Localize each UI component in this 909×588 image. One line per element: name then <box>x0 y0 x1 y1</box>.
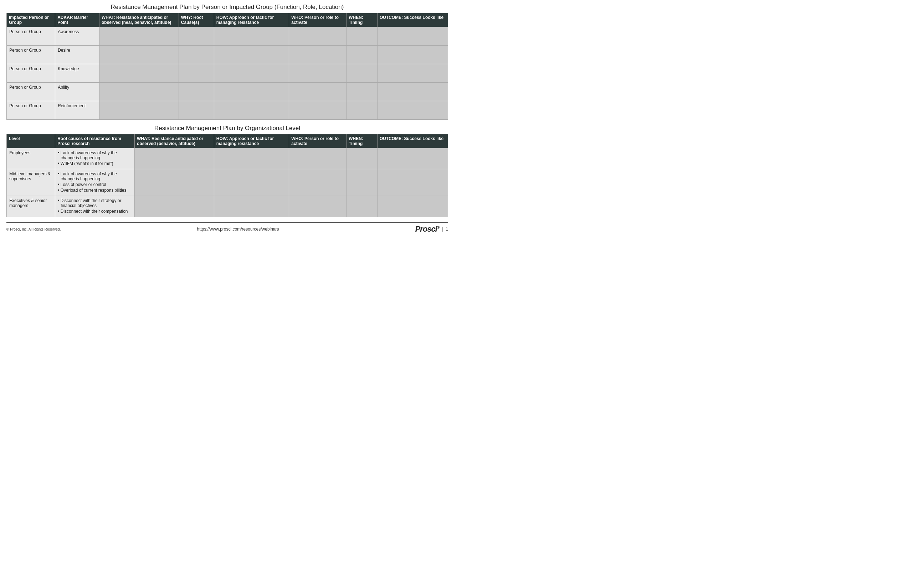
table1-how-3 <box>214 83 289 101</box>
table2-what-0 <box>135 148 214 169</box>
table1-barrier-4: Reinforcement <box>55 101 99 120</box>
table1-outcome-1 <box>377 45 448 64</box>
table1-who-0 <box>289 27 346 45</box>
header-adkar: ADKAR Barrier Point <box>55 13 99 27</box>
header-what: WHAT: Resistance anticipated or observed… <box>99 13 179 27</box>
table2-what-2 <box>135 196 214 217</box>
table2-level-0: Employees <box>7 148 55 169</box>
table1-what-0 <box>99 27 179 45</box>
table2: Level Root causes of resistance from Pro… <box>6 134 448 217</box>
table2-when-1 <box>346 169 377 196</box>
table1-outcome-4 <box>377 101 448 120</box>
list-item: Loss of power or control <box>58 182 132 187</box>
table1-when-1 <box>346 45 377 64</box>
table2-who-1 <box>289 169 346 196</box>
table2-who-2 <box>289 196 346 217</box>
table1-outcome-2 <box>377 64 448 83</box>
table1-when-3 <box>346 83 377 101</box>
table2-outcome-1 <box>377 169 448 196</box>
page-number: 1 <box>442 227 448 232</box>
t2-header-outcome: OUTCOME: Success Looks like <box>377 134 448 148</box>
header-who: WHO: Person or role to activate <box>289 13 346 27</box>
t2-header-level: Level <box>7 134 55 148</box>
table2-outcome-0 <box>377 148 448 169</box>
header-when: WHEN: Timing <box>346 13 377 27</box>
header-outcome: OUTCOME: Success Looks like <box>377 13 448 27</box>
table2-root-2: Disconnect with their strategy or financ… <box>55 196 135 217</box>
table1-how-4 <box>214 101 289 120</box>
table1-person-3: Person or Group <box>7 83 55 101</box>
table1-barrier-2: Knowledge <box>55 64 99 83</box>
table1-how-0 <box>214 27 289 45</box>
table1-person-1: Person or Group <box>7 45 55 64</box>
footer: © Prosci, Inc. All Rights Reserved. http… <box>6 222 448 234</box>
table2-when-0 <box>346 148 377 169</box>
t2-header-how: HOW: Approach or tactic for managing res… <box>214 134 289 148</box>
table1-person-2: Person or Group <box>7 64 55 83</box>
table1-barrier-0: Awareness <box>55 27 99 45</box>
prosci-logo: Prosci® <box>415 225 440 234</box>
table1-who-3 <box>289 83 346 101</box>
list-item: Disconnect with their compensation <box>58 209 132 214</box>
table1-who-2 <box>289 64 346 83</box>
t2-header-root: Root causes of resistance from Prosci re… <box>55 134 135 148</box>
table1-what-2 <box>99 64 179 83</box>
table1-who-1 <box>289 45 346 64</box>
table2-how-0 <box>214 148 289 169</box>
table2-root-0: Lack of awareness of why the change is h… <box>55 148 135 169</box>
table2-who-0 <box>289 148 346 169</box>
table1: Impacted Person or Group ADKAR Barrier P… <box>6 13 448 120</box>
table1-what-1 <box>99 45 179 64</box>
table1-outcome-3 <box>377 83 448 101</box>
table2-title: Resistance Management Plan by Organizati… <box>6 125 448 132</box>
table1-outcome-0 <box>377 27 448 45</box>
header-why: WHY: Root Cause(s) <box>179 13 214 27</box>
table1-why-3 <box>179 83 214 101</box>
table2-outcome-2 <box>377 196 448 217</box>
t2-header-who: WHO: Person or role to activate <box>289 134 346 148</box>
table1-when-4 <box>346 101 377 120</box>
t2-header-when: WHEN: Timing <box>346 134 377 148</box>
table1-how-1 <box>214 45 289 64</box>
table1-when-0 <box>346 27 377 45</box>
table1-what-3 <box>99 83 179 101</box>
table1-when-2 <box>346 64 377 83</box>
t2-header-what: WHAT: Resistance anticipated or observed… <box>135 134 214 148</box>
table2-level-1: Mid-level managers & supervisors <box>7 169 55 196</box>
table1-what-4 <box>99 101 179 120</box>
header-person: Impacted Person or Group <box>7 13 55 27</box>
list-item: Overload of current responsibilities <box>58 188 132 193</box>
list-item: Lack of awareness of why the change is h… <box>58 171 132 181</box>
table1-why-2 <box>179 64 214 83</box>
list-item: WIIFM (“what’s in it for me”) <box>58 161 132 166</box>
table2-how-2 <box>214 196 289 217</box>
table1-why-4 <box>179 101 214 120</box>
table2-what-1 <box>135 169 214 196</box>
list-item: Lack of awareness of why the change is h… <box>58 150 132 160</box>
table1-who-4 <box>289 101 346 120</box>
table2-how-1 <box>214 169 289 196</box>
footer-copyright: © Prosci, Inc. All Rights Reserved. <box>6 227 61 231</box>
list-item: Disconnect with their strategy or financ… <box>58 198 132 208</box>
table1-person-0: Person or Group <box>7 27 55 45</box>
table1-barrier-1: Desire <box>55 45 99 64</box>
table1-how-2 <box>214 64 289 83</box>
table1-why-1 <box>179 45 214 64</box>
table1-person-4: Person or Group <box>7 101 55 120</box>
table2-level-2: Executives & senior managers <box>7 196 55 217</box>
table2-when-2 <box>346 196 377 217</box>
table1-title: Resistance Management Plan by Person or … <box>6 3 448 11</box>
footer-url: https://www.prosci.com/resources/webinar… <box>197 227 279 232</box>
table1-barrier-3: Ability <box>55 83 99 101</box>
header-how: HOW: Approach or tactic for managing res… <box>214 13 289 27</box>
table1-why-0 <box>179 27 214 45</box>
footer-right: Prosci® 1 <box>415 225 448 234</box>
table2-root-1: Lack of awareness of why the change is h… <box>55 169 135 196</box>
